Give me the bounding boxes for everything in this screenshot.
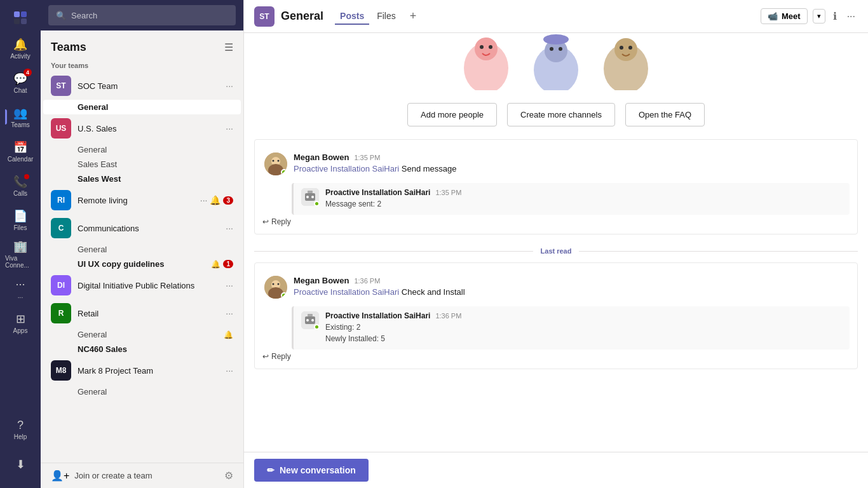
bot-avatar-msg1 xyxy=(301,188,319,206)
illus-person-1 xyxy=(461,33,512,90)
nav-item-help[interactable]: ? Help xyxy=(5,413,36,446)
team-actions-soc: ··· xyxy=(226,81,233,91)
more-options-button[interactable]: ··· xyxy=(844,8,858,25)
team-badge-remote: 3 xyxy=(223,196,233,205)
message-group-msg1: Megan Bowen 1:35 PM Proactive Installati… xyxy=(262,147,850,180)
bot-reply-msg2: Proactive Installation SaiHari 1:36 PM E… xyxy=(292,306,850,349)
nav-item-download[interactable]: ⬇ xyxy=(5,449,36,482)
reply-link-msg2[interactable]: ↩ Reply xyxy=(262,352,850,361)
reply-link-msg1[interactable]: ↩ Reply xyxy=(262,217,850,226)
team-more-icon-soc[interactable]: ··· xyxy=(226,81,233,91)
nav-item-apps[interactable]: ⊞ Apps xyxy=(5,306,36,339)
create-more-channels-button[interactable]: Create more channels xyxy=(507,103,615,126)
reply-label-msg1: Reply xyxy=(271,217,291,226)
nav-item-files[interactable]: 📄 Files xyxy=(5,203,36,236)
team-more-icon-comms[interactable]: ··· xyxy=(226,223,233,233)
filter-icon[interactable]: ☰ xyxy=(224,41,233,53)
last-read-divider: Last read xyxy=(254,240,858,262)
team-name-retail: Retail xyxy=(78,309,226,318)
team-item-comms[interactable]: C Communications ··· xyxy=(43,214,241,242)
tab-files[interactable]: Files xyxy=(372,8,401,25)
nav-item-files-label: Files xyxy=(13,224,27,231)
svg-rect-3 xyxy=(21,18,27,24)
channel-item-comms-ui-ux-copy-guidelines[interactable]: UI UX copy guidelines🔔1 xyxy=(43,257,241,271)
tab-posts[interactable]: Posts xyxy=(335,8,369,25)
new-conversation-button[interactable]: ✏ New conversation xyxy=(254,459,369,482)
nav-item-teams[interactable]: 👥 Teams xyxy=(5,100,36,133)
files-icon: 📄 xyxy=(13,209,27,223)
nav-item-more[interactable]: ··· ... xyxy=(5,272,36,305)
team-item-remote[interactable]: RI Remote living ···🔔3 xyxy=(43,186,241,214)
channel-item-mark8-general[interactable]: General xyxy=(43,384,241,399)
team-item-ussales[interactable]: US U.S. Sales ··· xyxy=(43,114,241,142)
team-more-icon-retail[interactable]: ··· xyxy=(226,308,233,318)
nav-item-calendar[interactable]: 📅 Calendar xyxy=(5,135,36,168)
more-icon: ··· xyxy=(15,278,25,291)
meet-dropdown[interactable]: ▾ xyxy=(813,9,825,24)
channel-item-retail-general[interactable]: General🔔 xyxy=(43,327,241,342)
nav-item-help-label: Help xyxy=(14,433,27,440)
open-faq-button[interactable]: Open the FAQ xyxy=(625,103,705,126)
svg-rect-34 xyxy=(308,314,313,316)
welcome-action-buttons: Add more people Create more channels Ope… xyxy=(244,103,868,139)
settings-icon[interactable]: ⚙ xyxy=(224,470,233,482)
team-more-icon-ussales[interactable]: ··· xyxy=(226,123,233,133)
info-button[interactable]: ℹ xyxy=(831,8,839,25)
join-label: Join or create a team xyxy=(74,471,152,480)
svg-point-10 xyxy=(550,47,553,51)
team-item-retail[interactable]: R Retail ··· xyxy=(43,299,241,327)
add-more-people-button[interactable]: Add more people xyxy=(407,103,497,126)
new-conversation-bar: ✏ New conversation xyxy=(244,452,868,488)
join-create-team[interactable]: 👤+ Join or create a team ⚙ xyxy=(41,463,243,488)
chat-area: Add more people Create more channels Ope… xyxy=(244,33,868,452)
team-item-digipr[interactable]: DI Digital Initiative Public Relations ·… xyxy=(43,271,241,299)
team-name-mark8: Mark 8 Project Team xyxy=(78,366,226,376)
team-more-icon-mark8[interactable]: ··· xyxy=(226,365,233,376)
bot-name-msg2: Proactive Installation SaiHari xyxy=(325,311,430,320)
messages-container: Megan Bowen 1:35 PM Proactive Installati… xyxy=(244,139,868,452)
channel-bell: 🔔 xyxy=(211,260,220,269)
teams-icon: 👥 xyxy=(13,106,27,120)
meet-button[interactable]: 📹 Meet xyxy=(761,8,808,24)
main-content: ST General PostsFiles + 📹 Meet ▾ ℹ ··· xyxy=(244,0,868,488)
team-item-soc[interactable]: ST SOC Team ··· xyxy=(43,72,241,100)
nav-item-apps-label: Apps xyxy=(13,327,28,334)
bot-body-msg2: Proactive Installation SaiHari 1:36 PM E… xyxy=(325,311,842,344)
team-avatar-retail: R xyxy=(51,303,71,323)
add-tab-button[interactable]: + xyxy=(407,7,419,25)
nav-item-more-label: ... xyxy=(18,292,23,299)
nav-item-calls[interactable]: 📞 Calls xyxy=(5,169,36,202)
channel-actions: 🔔 xyxy=(224,330,233,339)
nav-item-activity[interactable]: 🔔 Activity xyxy=(5,32,36,65)
calendar-icon: 📅 xyxy=(13,140,27,154)
channel-item-comms-general[interactable]: General xyxy=(43,242,241,257)
svg-point-5 xyxy=(475,37,498,60)
team-name-digipr: Digital Initiative Public Relations xyxy=(78,281,226,290)
channel-item-ussales-general[interactable]: General xyxy=(43,142,241,157)
nav-bottom: ? Help ⬇ xyxy=(5,412,36,488)
team-more-icon-remote[interactable]: ··· xyxy=(200,195,208,205)
nav-item-chat[interactable]: 💬 Chat4 xyxy=(5,66,36,99)
search-bar[interactable]: 🔍 Search xyxy=(48,5,236,25)
apps-icon: ⊞ xyxy=(16,312,25,326)
team-item-mark8[interactable]: M8 Mark 8 Project Team ··· xyxy=(43,356,241,384)
bot-text-msg2: Existing: 2Newly Installed: 5 xyxy=(325,322,842,344)
team-name-comms: Communications xyxy=(78,224,226,233)
message-card-msg1: Megan Bowen 1:35 PM Proactive Installati… xyxy=(254,139,858,234)
team-more-icon-digipr[interactable]: ··· xyxy=(226,280,233,290)
nav-item-viva[interactable]: 🏢 Viva Conne... xyxy=(5,238,36,271)
viva-icon: 🏢 xyxy=(13,240,27,254)
bot-reply-msg1: Proactive Installation SaiHari 1:35 PM M… xyxy=(292,183,850,215)
channel-item-soc-general[interactable]: General xyxy=(43,100,241,114)
channel-item-retail-nc460-sales[interactable]: NC460 Sales xyxy=(43,342,241,356)
message-sender-msg1: Megan Bowen xyxy=(294,152,349,162)
team-name-soc: SOC Team xyxy=(78,81,226,91)
message-text-msg1: Proactive Installation SaiHari Send mess… xyxy=(294,163,850,175)
channel-item-ussales-sales-east[interactable]: Sales East xyxy=(43,157,241,172)
svg-rect-2 xyxy=(14,18,20,24)
channel-item-ussales-sales-west[interactable]: Sales West xyxy=(43,172,241,186)
nav-item-teams-label: Teams xyxy=(11,121,29,128)
join-icon: 👤+ xyxy=(51,470,69,482)
sidebar-title: Teams xyxy=(51,41,86,54)
team-avatar-mark8: M8 xyxy=(51,360,71,381)
